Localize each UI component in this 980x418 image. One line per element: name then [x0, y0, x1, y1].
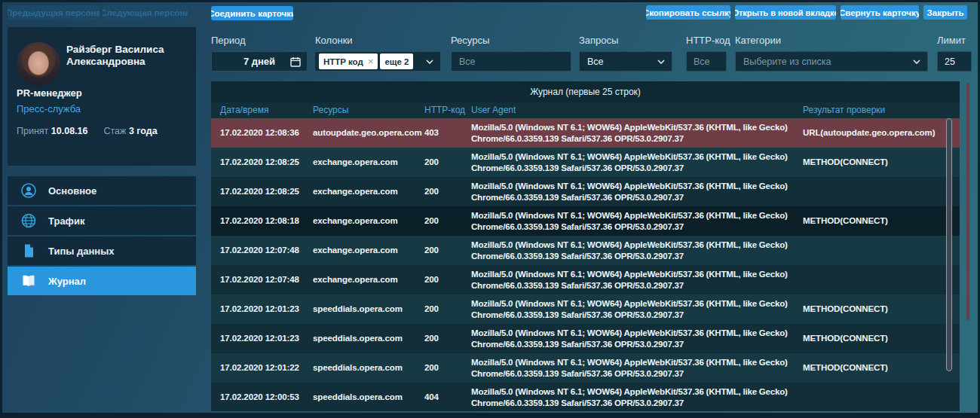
cell-datetime: 17.02.2020 12:08:25	[220, 148, 299, 177]
next-person-button[interactable]: Следующая персона	[103, 5, 188, 20]
profile-card: Райзберг Василиса Александровна PR-менед…	[8, 27, 196, 166]
cell-ua-line1: Mozilla/5.0 (Windows NT 6.1; WOW64) Appl…	[471, 240, 801, 251]
cell-http-code: 404	[424, 383, 439, 411]
cell-result: METHOD(CONNECT)	[803, 148, 888, 177]
chevron-down-icon[interactable]	[657, 59, 665, 64]
chip-more[interactable]: еще 2	[380, 53, 413, 69]
column-header-result: Результат проверки	[803, 102, 885, 118]
table-row[interactable]: 17.02.2020 12:07:48 exchange.opera.com 2…	[211, 236, 960, 265]
sidebar-item-label: Журнал	[48, 276, 86, 287]
cell-resource: speeddials.opera.com	[313, 294, 403, 324]
cell-ua-line1: Mozilla/5.0 (Windows NT 6.1; WOW64) Appl…	[471, 151, 801, 163]
table-row[interactable]: 17.02.2020 12:08:25 exchange.opera.com 2…	[211, 148, 960, 177]
cell-http-code: 200	[424, 294, 439, 324]
cell-ua-line2: Chrome/66.0.3359.139 Safari/537.36 OPR/5…	[471, 398, 801, 409]
columns-label: Колонки	[315, 35, 353, 46]
chip-more-label: еще 2	[384, 57, 409, 66]
person-position: PR-менеджер	[17, 87, 82, 99]
table-row[interactable]: 17.02.2020 12:08:25 exchange.opera.com 2…	[211, 177, 960, 206]
chevron-down-icon[interactable]	[426, 59, 433, 64]
cell-datetime: 17.02.2020 12:01:23	[220, 324, 299, 353]
resources-label: Ресурсы	[451, 35, 489, 46]
table-row[interactable]: 17.02.2020 12:01:22 speeddials.opera.com…	[211, 353, 960, 383]
cell-ua-line1: Mozilla/5.0 (Windows NT 6.1; WOW64) Appl…	[471, 210, 801, 221]
cell-ua-line1: Mozilla/5.0 (Windows NT 6.1; WOW64) Appl…	[471, 386, 801, 398]
period-value: 7 дней	[243, 56, 275, 67]
table-scrollbar-thumb[interactable]	[946, 118, 952, 371]
categories-label: Категории	[735, 35, 781, 46]
table-row[interactable]: 17.02.2020 12:00:53 speeddials.opera.com…	[211, 383, 960, 411]
cell-http-code: 200	[424, 324, 439, 353]
cell-ua-line1: Mozilla/5.0 (Windows NT 6.1; WOW64) Appl…	[471, 357, 801, 368]
document-icon	[21, 243, 36, 258]
cell-user-agent: Mozilla/5.0 (Windows NT 6.1; WOW64) Appl…	[471, 357, 801, 380]
cell-ua-line2: Chrome/66.0.3359.139 Safari/537.36 OPR/5…	[471, 280, 801, 291]
resources-input[interactable]: Все	[451, 51, 571, 72]
person-department-link[interactable]: Пресс-служба	[17, 103, 81, 114]
cell-http-code: 200	[424, 353, 439, 383]
close-button[interactable]: Закрыть	[923, 5, 967, 20]
cell-resource: autoupdate.geo.opera.com	[313, 118, 422, 148]
merge-cards-button[interactable]: Соединить карточки	[211, 6, 293, 20]
cell-user-agent: Mozilla/5.0 (Windows NT 6.1; WOW64) Appl…	[471, 181, 801, 203]
page-scroll-marker[interactable]	[966, 83, 969, 320]
log-table-header: Дата/время Ресурсы HTTP-код User Agent Р…	[211, 102, 960, 118]
cell-user-agent: Mozilla/5.0 (Windows NT 6.1; WOW64) Appl…	[471, 269, 801, 291]
cell-ua-line2: Chrome/66.0.3359.139 Safari/537.36 OPR/5…	[471, 163, 801, 174]
person-card-window: Предыдущая персона Следующая персона Сое…	[0, 0, 980, 418]
log-table-title: Журнал (первые 25 строк)	[211, 81, 960, 102]
cell-user-agent: Mozilla/5.0 (Windows NT 6.1; WOW64) Appl…	[471, 151, 801, 174]
cell-resource: speeddials.opera.com	[313, 324, 403, 353]
sidebar-item-traffic[interactable]: Трафик	[8, 206, 196, 235]
sidebar-item-journal[interactable]: Журнал	[8, 267, 196, 295]
sidebar-item-main[interactable]: Основное	[8, 176, 196, 205]
categories-placeholder: Выберите из списка	[743, 56, 831, 67]
window-border	[0, 413, 980, 418]
cell-ua-line1: Mozilla/5.0 (Windows NT 6.1; WOW64) Appl…	[471, 328, 801, 339]
log-table-rows: 17.02.2020 12:08:36 autoupdate.geo.opera…	[211, 118, 960, 411]
limit-input[interactable]: 25	[937, 51, 972, 72]
table-row[interactable]: 17.02.2020 12:08:36 autoupdate.geo.opera…	[211, 118, 960, 148]
categories-select[interactable]: Выберите из списка	[735, 51, 928, 72]
cell-http-code: 200	[424, 148, 439, 177]
cell-resource: exchange.opera.com	[313, 177, 398, 206]
copy-link-button[interactable]: Скопировать ссылку	[646, 5, 730, 20]
column-header-user-agent: User Agent	[471, 102, 516, 118]
collapse-card-button[interactable]: Свернуть карточку	[841, 5, 919, 20]
globe-icon	[21, 213, 36, 228]
hired-label: Принят	[17, 126, 48, 136]
http-code-label: HTTP-код	[686, 35, 730, 46]
chip-http-code[interactable]: HTTP код ×	[319, 53, 378, 69]
chip-close-icon[interactable]: ×	[368, 56, 374, 67]
column-header-resources: Ресурсы	[313, 102, 348, 118]
period-input[interactable]: 7 дней	[211, 51, 308, 72]
cell-datetime: 17.02.2020 12:08:25	[220, 177, 299, 206]
cell-http-code: 200	[424, 236, 439, 265]
person-name: Райзберг Василиса Александровна	[66, 44, 188, 68]
cell-result: METHOD(CONNECT)	[803, 324, 888, 353]
window-border	[0, 0, 2, 418]
open-new-tab-button[interactable]: Открыть в новой вкладке	[735, 5, 836, 20]
table-row[interactable]: 17.02.2020 12:08:18 exchange.opera.com 2…	[211, 206, 960, 236]
columns-multiselect[interactable]: HTTP код × еще 2	[314, 51, 441, 72]
user-icon	[21, 183, 36, 198]
window-border	[0, 0, 980, 2]
cell-http-code: 403	[424, 118, 439, 148]
log-table: Журнал (первые 25 строк) Дата/время Ресу…	[211, 81, 960, 411]
cell-resource: exchange.opera.com	[313, 148, 398, 177]
cell-resource: exchange.opera.com	[313, 265, 398, 294]
cell-ua-line2: Chrome/66.0.3359.139 Safari/537.36 OPR/5…	[471, 251, 801, 262]
http-code-input[interactable]: Все	[686, 51, 727, 72]
sidebar-item-data-types[interactable]: Типы данных	[8, 236, 196, 265]
cell-user-agent: Mozilla/5.0 (Windows NT 6.1; WOW64) Appl…	[471, 328, 801, 350]
requests-select[interactable]: Все	[579, 51, 672, 72]
cell-datetime: 17.02.2020 12:08:18	[220, 206, 299, 236]
calendar-icon[interactable]	[290, 56, 301, 67]
chevron-down-icon[interactable]	[913, 59, 920, 64]
cell-user-agent: Mozilla/5.0 (Windows NT 6.1; WOW64) Appl…	[471, 240, 801, 262]
table-row[interactable]: 17.02.2020 12:01:23 speeddials.opera.com…	[211, 294, 960, 324]
table-row[interactable]: 17.02.2020 12:07:48 exchange.opera.com 2…	[211, 265, 960, 294]
table-row[interactable]: 17.02.2020 12:01:23 speeddials.opera.com…	[211, 324, 960, 353]
tenure-value: 3 года	[129, 126, 158, 136]
prev-person-button[interactable]: Предыдущая персона	[8, 5, 100, 20]
